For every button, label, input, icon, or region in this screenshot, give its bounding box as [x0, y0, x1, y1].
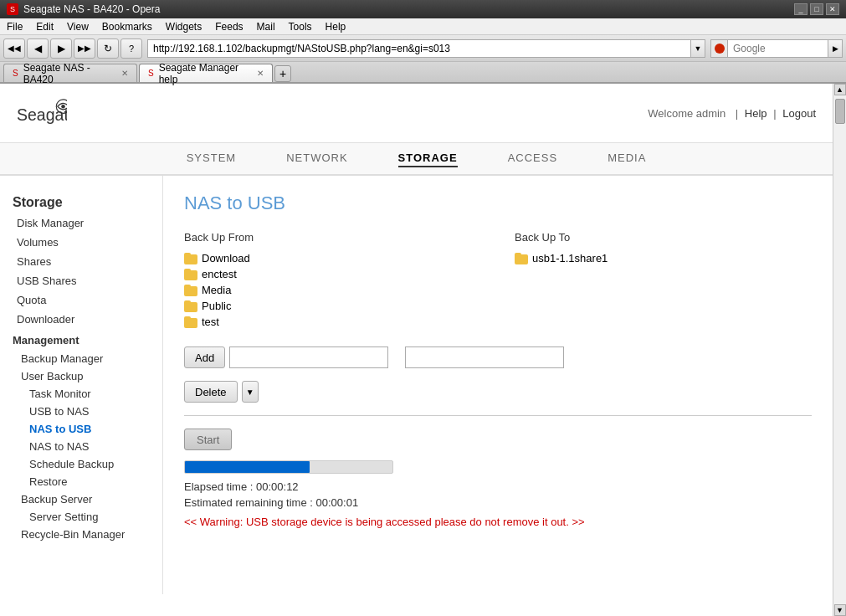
folder-name: Download — [202, 252, 250, 264]
menu-mail[interactable]: Mail — [254, 20, 279, 33]
header-links: Welcome admin | Help | Logout — [644, 107, 816, 120]
list-item[interactable]: enctest — [184, 266, 481, 282]
sidebar-item-downloader[interactable]: Downloader — [0, 310, 162, 329]
nav-access[interactable]: ACCESS — [508, 150, 557, 167]
forward-button[interactable]: ▶ — [50, 38, 72, 59]
search-input[interactable] — [727, 39, 828, 58]
tab-1[interactable]: S Seagate Manager help ✕ — [139, 64, 273, 82]
delete-button[interactable]: Delete — [184, 381, 238, 403]
progress-bar-fill — [185, 461, 310, 473]
tab-1-label: Seagate Manager help — [159, 62, 249, 85]
warning-text: << Warning: USB storage device is being … — [184, 516, 812, 528]
list-item[interactable]: Media — [184, 282, 481, 298]
tab-0[interactable]: S Seagate NAS - BA420 ✕ — [3, 64, 137, 82]
folder-icon — [515, 253, 528, 264]
sidebar-usb-to-nas[interactable]: USB to NAS — [0, 403, 162, 420]
sidebar-server-setting[interactable]: Server Setting — [0, 508, 162, 526]
reload-button[interactable]: ↻ — [97, 38, 119, 59]
sidebar-item-usb-shares[interactable]: USB Shares — [0, 271, 162, 290]
sidebar-schedule-backup[interactable]: Schedule Backup — [0, 455, 162, 473]
scrollbar-up[interactable]: ▲ — [834, 84, 846, 95]
nav-network[interactable]: NETWORK — [286, 150, 347, 167]
backup-from-column: Back Up From Download enctest — [184, 231, 481, 330]
back-nav-button[interactable]: ◀ — [27, 38, 49, 59]
controls-row: Add — [184, 346, 812, 368]
menu-help[interactable]: Help — [322, 20, 350, 33]
sidebar-nas-to-nas[interactable]: NAS to NAS — [0, 438, 162, 455]
logout-link[interactable]: Logout — [782, 107, 816, 120]
main-area: NAS to USB Back Up From Download e — [163, 176, 833, 594]
tab-1-favicon: S — [148, 69, 154, 78]
progress-bar-container — [184, 460, 393, 474]
minimize-button[interactable]: _ — [794, 3, 808, 15]
folder-name: test — [202, 316, 219, 328]
help-link[interactable]: Help — [745, 107, 767, 120]
list-item[interactable]: Public — [184, 298, 481, 314]
add-button[interactable]: Add — [184, 346, 225, 368]
sidebar-user-backup[interactable]: User Backup — [0, 367, 162, 385]
back-button[interactable]: ◀◀ — [3, 38, 25, 59]
menu-edit[interactable]: Edit — [33, 20, 57, 33]
controls-right — [405, 346, 812, 368]
start-button[interactable]: Start — [184, 429, 232, 450]
sidebar-task-monitor[interactable]: Task Monitor — [0, 385, 162, 403]
sidebar-item-quota[interactable]: Quota — [0, 290, 162, 310]
browser-toolbar: ◀◀ ◀ ▶ ▶▶ ↻ ? ▼ ▶ — [0, 35, 846, 62]
address-bar[interactable] — [147, 39, 690, 58]
nav-storage[interactable]: STORAGE — [398, 150, 458, 167]
browser-menubar: File Edit View Bookmarks Widgets Feeds M… — [0, 18, 846, 35]
sidebar-recycle-bin[interactable]: Recycle-Bin Manager — [0, 526, 162, 543]
window-controls[interactable]: _ □ ✕ — [794, 3, 839, 15]
site-header: Seagate Welcome admin | Help | Logout — [0, 84, 833, 143]
menu-file[interactable]: File — [3, 20, 26, 33]
scrollbar-thumb[interactable] — [835, 99, 845, 124]
list-item[interactable]: usb1-1.1share1 — [515, 250, 812, 266]
address-dropdown[interactable]: ▼ — [690, 39, 705, 58]
nav-bar: SYSTEM NETWORK STORAGE ACCESS MEDIA — [0, 143, 833, 176]
sidebar-item-shares[interactable]: Shares — [0, 252, 162, 271]
menu-view[interactable]: View — [64, 20, 92, 33]
list-item[interactable]: test — [184, 314, 481, 330]
help-nav-button[interactable]: ? — [120, 38, 142, 59]
scrollbar-down[interactable]: ▼ — [834, 604, 846, 616]
logo-area: Seagate — [17, 92, 67, 134]
maximize-button[interactable]: □ — [810, 3, 823, 15]
nav-media[interactable]: MEDIA — [608, 150, 646, 167]
controls-left: Add — [184, 346, 388, 368]
delete-dropdown-button[interactable]: ▼ — [242, 381, 259, 403]
menu-widgets[interactable]: Widgets — [162, 20, 205, 33]
sidebar-management: Management — [0, 329, 162, 350]
sidebar-backup-server[interactable]: Backup Server — [0, 490, 162, 508]
backup-from-header: Back Up From — [184, 231, 481, 244]
search-engine-icon[interactable] — [710, 39, 727, 58]
sidebar-restore[interactable]: Restore — [0, 473, 162, 490]
list-item[interactable]: Download — [184, 250, 481, 266]
progress-section: Start Elapsed time : 00:00:12 Estimated … — [184, 429, 812, 528]
to-input[interactable] — [405, 346, 564, 368]
page-title: NAS to USB — [184, 192, 812, 214]
folder-icon — [184, 269, 197, 280]
main-content: Seagate Welcome admin | Help | Logout SY… — [0, 84, 833, 616]
menu-bookmarks[interactable]: Bookmarks — [99, 20, 156, 33]
sidebar-item-volumes[interactable]: Volumes — [0, 233, 162, 252]
backup-columns: Back Up From Download enctest — [184, 231, 812, 330]
add-input[interactable] — [229, 346, 388, 368]
scrollbar: ▲ ▼ — [833, 84, 846, 616]
divider — [184, 415, 812, 416]
new-tab-button[interactable]: + — [274, 65, 291, 82]
nav-system[interactable]: SYSTEM — [187, 150, 236, 167]
search-submit-button[interactable]: ▶ — [828, 39, 843, 58]
sidebar-item-disk-manager[interactable]: Disk Manager — [0, 213, 162, 233]
address-bar-container: ▼ — [147, 39, 705, 58]
sidebar-nas-to-usb[interactable]: NAS to USB — [0, 420, 162, 438]
tab-1-close[interactable]: ✕ — [257, 69, 264, 78]
sidebar-backup-manager[interactable]: Backup Manager — [0, 350, 162, 367]
menu-feeds[interactable]: Feeds — [212, 20, 246, 33]
tab-0-favicon: S — [13, 69, 18, 78]
menu-tools[interactable]: Tools — [285, 20, 315, 33]
forward-end-button[interactable]: ▶▶ — [74, 38, 95, 59]
folder-list-to: usb1-1.1share1 — [515, 250, 812, 266]
folder-icon — [184, 285, 197, 296]
tab-0-close[interactable]: ✕ — [121, 69, 128, 78]
close-button[interactable]: ✕ — [826, 3, 839, 15]
